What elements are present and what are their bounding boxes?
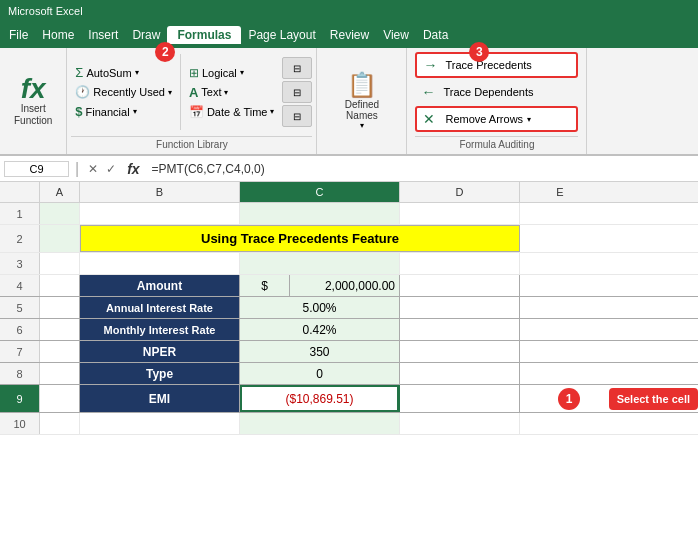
cell-d10[interactable] <box>400 413 520 434</box>
cell-c1[interactable] <box>240 203 400 224</box>
cell-e2[interactable] <box>520 225 600 252</box>
menu-review[interactable]: Review <box>323 26 376 44</box>
row-header-2: 2 <box>0 225 40 252</box>
cell-c3[interactable] <box>240 253 400 274</box>
menu-data[interactable]: Data <box>416 26 455 44</box>
cell-d5[interactable] <box>400 297 520 318</box>
cell-e6[interactable] <box>520 319 600 340</box>
cell-a4[interactable] <box>40 275 80 296</box>
formula-bar: | ✕ ✓ fx =PMT(C6,C7,C4,0,0) <box>0 156 698 182</box>
row-2: 2 Using Trace Precedents Feature <box>0 225 698 253</box>
col-header-a: A <box>40 182 80 202</box>
financial-button[interactable]: $ Financial ▾ <box>71 102 176 121</box>
cell-c4-dollar[interactable]: $ <box>240 275 290 296</box>
defined-names-group: 📋 DefinedNames ▾ <box>317 48 407 154</box>
cell-c10[interactable] <box>240 413 400 434</box>
menu-home[interactable]: Home <box>35 26 81 44</box>
remove-arrows-button[interactable]: ✕ Remove Arrows ▾ <box>415 106 578 132</box>
autosum-button[interactable]: Σ AutoSum ▾ <box>71 63 176 82</box>
cell-b5[interactable]: Annual Interest Rate <box>80 297 240 318</box>
cell-b6[interactable]: Monthly Interest Rate <box>80 319 240 340</box>
cell-b1[interactable] <box>80 203 240 224</box>
cell-a8[interactable] <box>40 363 80 384</box>
menu-view[interactable]: View <box>376 26 416 44</box>
date-time-button[interactable]: 📅 Date & Time ▾ <box>185 103 279 121</box>
menu-file[interactable]: File <box>2 26 35 44</box>
cell-d4[interactable] <box>400 275 520 296</box>
cell-e1[interactable] <box>520 203 600 224</box>
formula-auditing-group: 3 → Trace Precedents ← Trace Dependents … <box>407 48 587 154</box>
cell-b10[interactable] <box>80 413 240 434</box>
select-cell-label: Select the cell <box>609 388 698 410</box>
fx-icon: fx <box>21 75 46 103</box>
cell-a5[interactable] <box>40 297 80 318</box>
cell-title[interactable]: Using Trace Precedents Feature <box>80 225 520 252</box>
cell-c9[interactable]: ($10,869.51) <box>240 385 400 412</box>
cell-c7[interactable]: 350 <box>240 341 400 362</box>
logical-button[interactable]: ⊞ Logical ▾ <box>185 64 279 82</box>
cell-b8[interactable]: Type <box>80 363 240 384</box>
col-header-d: D <box>400 182 520 202</box>
cell-d3[interactable] <box>400 253 520 274</box>
row-3: 3 <box>0 253 698 275</box>
cell-e3[interactable] <box>520 253 600 274</box>
trace-precedents-button[interactable]: → Trace Precedents <box>415 52 578 78</box>
cell-a9[interactable] <box>40 385 80 412</box>
cell-c8[interactable]: 0 <box>240 363 400 384</box>
cell-c5[interactable]: 5.00% <box>240 297 400 318</box>
financial-arrow: ▾ <box>133 107 137 116</box>
name-box[interactable] <box>4 161 69 177</box>
cell-d8[interactable] <box>400 363 520 384</box>
confirm-icon[interactable]: ✓ <box>103 161 119 177</box>
trace-precedents-label: Trace Precedents <box>445 59 531 71</box>
menu-page-layout[interactable]: Page Layout <box>241 26 322 44</box>
row-6: 6 Monthly Interest Rate 0.42% <box>0 319 698 341</box>
cell-d1[interactable] <box>400 203 520 224</box>
cell-b7[interactable]: NPER <box>80 341 240 362</box>
cell-a10[interactable] <box>40 413 80 434</box>
menu-draw[interactable]: Draw <box>125 26 167 44</box>
cell-d9[interactable] <box>400 385 520 412</box>
row-10: 10 <box>0 413 698 435</box>
calendar-icon: 📅 <box>189 105 204 119</box>
cell-d6[interactable] <box>400 319 520 340</box>
cell-e8[interactable] <box>520 363 600 384</box>
text-button[interactable]: A Text ▾ <box>185 83 279 102</box>
cell-c6[interactable]: 0.42% <box>240 319 400 340</box>
cell-e5[interactable] <box>520 297 600 318</box>
spreadsheet: A B C D E 1 2 Using Trace Precedents Fea… <box>0 182 698 435</box>
cell-b9[interactable]: EMI <box>80 385 240 412</box>
row-header-6: 6 <box>0 319 40 340</box>
menu-formulas[interactable]: Formulas <box>167 26 241 44</box>
menu-insert[interactable]: Insert <box>81 26 125 44</box>
autosum-arrow: ▾ <box>135 68 139 77</box>
logical-label: Logical <box>202 67 237 79</box>
trace-dependents-button[interactable]: ← Trace Dependents <box>415 81 578 103</box>
cell-e10[interactable] <box>520 413 600 434</box>
cell-a2[interactable] <box>40 225 80 252</box>
formula-display: =PMT(C6,C7,C4,0,0) <box>148 162 694 176</box>
title-bar: Microsoft Excel <box>0 0 698 22</box>
title-text: Microsoft Excel <box>8 5 83 17</box>
cell-b3[interactable] <box>80 253 240 274</box>
cell-a1[interactable] <box>40 203 80 224</box>
cell-e4[interactable] <box>520 275 600 296</box>
cell-d7[interactable] <box>400 341 520 362</box>
recently-used-button[interactable]: 🕐 Recently Used ▾ <box>71 83 176 101</box>
defined-names-button[interactable]: 📋 DefinedNames ▾ <box>337 52 387 150</box>
more-functions-1[interactable]: ⊟ <box>282 57 312 79</box>
more-functions-3[interactable]: ⊟ <box>282 105 312 127</box>
logical-icon: ⊞ <box>189 66 199 80</box>
cell-a3[interactable] <box>40 253 80 274</box>
more-functions-2[interactable]: ⊟ <box>282 81 312 103</box>
cell-a6[interactable] <box>40 319 80 340</box>
cell-e7[interactable] <box>520 341 600 362</box>
logical-arrow: ▾ <box>240 68 244 77</box>
remove-arrows-label: Remove Arrows <box>445 113 523 125</box>
insert-function-button[interactable]: fx InsertFunction <box>10 71 56 131</box>
cell-b4[interactable]: Amount <box>80 275 240 296</box>
cell-a7[interactable] <box>40 341 80 362</box>
row-1: 1 <box>0 203 698 225</box>
cancel-icon[interactable]: ✕ <box>85 161 101 177</box>
cell-c4-amount[interactable]: 2,000,000.00 <box>290 275 400 296</box>
